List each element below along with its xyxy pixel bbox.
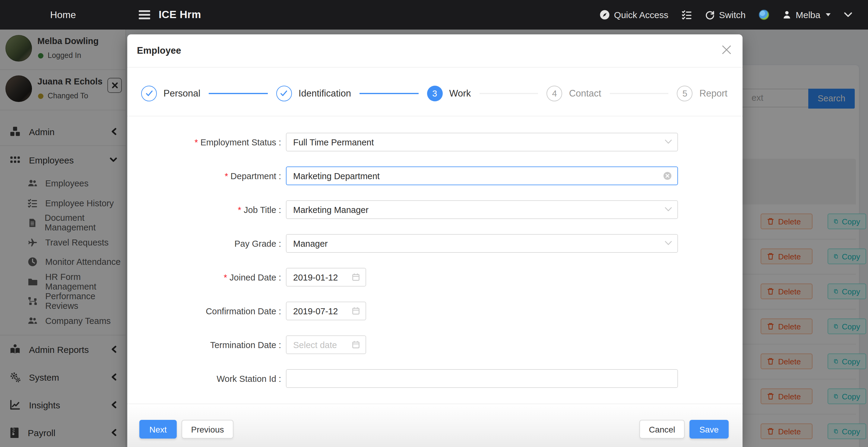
select-value: Marketing Manager xyxy=(293,205,369,214)
step-check-icon xyxy=(141,86,157,101)
save-button[interactable]: Save xyxy=(689,420,728,439)
select-value: Full Time Permanent xyxy=(293,137,374,147)
user-menu[interactable]: Melba xyxy=(782,10,831,20)
tasks-button[interactable] xyxy=(682,10,692,20)
app-brand: ICE Hrm xyxy=(159,8,201,21)
department-select[interactable]: Marketing Department xyxy=(286,167,678,185)
checklist-icon xyxy=(682,10,692,20)
step-label: Report xyxy=(700,88,727,99)
previous-button[interactable]: Previous xyxy=(182,420,234,439)
date-placeholder: Select date xyxy=(293,340,337,350)
switch-label: Switch xyxy=(719,10,746,20)
top-nav: Home ICE Hrm Quick Access Switch xyxy=(0,0,868,30)
step-check-icon xyxy=(276,86,292,101)
select-chevron-icon xyxy=(665,241,672,245)
quick-access-button[interactable]: Quick Access xyxy=(599,10,668,20)
step-contact[interactable]: 4 Contact xyxy=(547,86,601,101)
caret-down-icon xyxy=(826,13,831,16)
select-chevron-icon xyxy=(665,139,672,144)
field-label: Pay Grade xyxy=(127,239,281,248)
work-form: Employment Status Full Time Permanent De… xyxy=(127,133,743,388)
job-title-select[interactable]: Marketing Manager xyxy=(286,200,678,219)
step-identification[interactable]: Identification xyxy=(276,86,351,101)
step-report[interactable]: 5 Report xyxy=(677,86,727,101)
step-label: Identification xyxy=(299,88,351,99)
steps-wizard: Personal Identification 3 Work 4 Contact xyxy=(141,86,727,101)
employee-modal: Employee Personal Identification 3 xyxy=(127,34,743,447)
collapse-header-chevron-icon[interactable] xyxy=(844,12,852,18)
compass-icon xyxy=(599,10,610,20)
step-work[interactable]: 3 Work xyxy=(427,86,471,101)
work-station-id-input[interactable] xyxy=(286,369,678,388)
select-value: Marketing Department xyxy=(293,171,380,181)
switch-icon xyxy=(705,10,715,20)
nav-home-link[interactable]: Home xyxy=(0,9,126,20)
field-label: Termination Date xyxy=(127,340,281,350)
field-label: Confirmation Date xyxy=(127,306,281,316)
step-label: Personal xyxy=(163,88,200,99)
cancel-button[interactable]: Cancel xyxy=(640,420,685,439)
step-label: Contact xyxy=(569,88,601,99)
field-label: Job Title xyxy=(127,205,281,214)
step-number: 3 xyxy=(427,86,442,101)
field-label: Joined Date xyxy=(127,272,281,282)
calendar-icon xyxy=(352,340,360,349)
step-personal[interactable]: Personal xyxy=(141,86,200,101)
close-icon[interactable] xyxy=(722,45,731,54)
hamburger-menu-icon[interactable] xyxy=(139,10,150,19)
field-label: Work Station Id xyxy=(127,374,281,383)
person-icon xyxy=(782,10,792,19)
quick-access-label: Quick Access xyxy=(614,10,668,20)
step-number: 4 xyxy=(547,86,562,101)
modal-title: Employee xyxy=(137,45,181,56)
clear-icon[interactable] xyxy=(663,171,672,180)
field-label: Department xyxy=(127,171,281,181)
employment-status-select[interactable]: Full Time Permanent xyxy=(286,133,678,151)
pay-grade-select[interactable]: Manager xyxy=(286,234,678,253)
modal-footer: Next Previous Cancel Save xyxy=(127,404,743,447)
switch-user-button[interactable]: Switch xyxy=(705,10,746,20)
select-chevron-icon xyxy=(665,207,672,212)
field-label: Employment Status xyxy=(127,137,281,147)
step-label: Work xyxy=(449,88,471,99)
calendar-icon xyxy=(352,306,360,315)
step-number: 5 xyxy=(677,86,693,101)
user-name-label: Melba xyxy=(796,10,820,20)
date-value: 2019-07-12 xyxy=(293,306,338,316)
app-screen: Home ICE Hrm Quick Access Switch xyxy=(0,0,868,447)
calendar-icon xyxy=(352,273,360,281)
next-button[interactable]: Next xyxy=(140,420,177,439)
select-value: Manager xyxy=(293,239,328,248)
language-globe-icon[interactable] xyxy=(759,10,769,20)
date-value: 2019-01-12 xyxy=(293,272,338,282)
